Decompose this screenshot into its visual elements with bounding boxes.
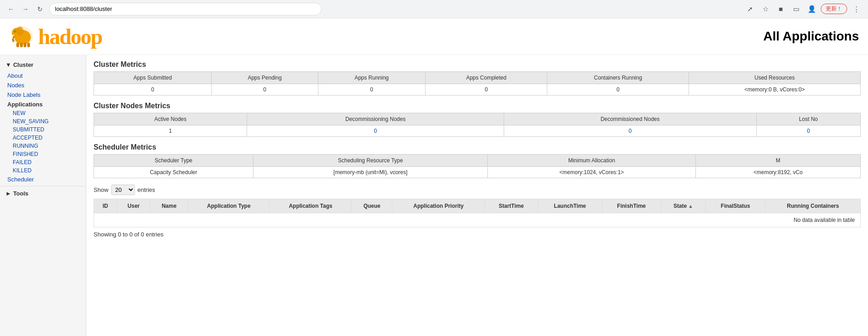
val-maximum-allocation: <memory:8192, vCo xyxy=(695,167,860,178)
sidebar-item-about[interactable]: About xyxy=(0,71,86,80)
cluster-metrics-table: Apps Submitted Apps Pending Apps Running… xyxy=(94,71,861,95)
col-scheduling-resource-type: Scheduling Resource Type xyxy=(253,155,487,167)
content-area: Cluster Metrics Apps Submitted Apps Pend… xyxy=(86,55,868,336)
val-decommissioning-nodes: 0 xyxy=(247,125,504,137)
forward-button[interactable]: → xyxy=(20,4,31,15)
col-launch-time[interactable]: LaunchTime xyxy=(538,199,602,213)
col-scheduler-type: Scheduler Type xyxy=(94,155,253,167)
sidebar-item-node-labels[interactable]: Node Labels xyxy=(0,90,86,100)
val-apps-running: 0 xyxy=(318,84,425,95)
table-row: 0 0 0 0 0 <memory:0 B, vCores:0> xyxy=(94,84,861,95)
show-label: Show xyxy=(94,186,109,193)
menu-icon[interactable]: ⋮ xyxy=(850,3,863,15)
bookmark-icon[interactable]: ☆ xyxy=(759,3,772,15)
col-active-nodes: Active Nodes xyxy=(94,113,247,125)
browser-action-buttons: ➚ ☆ ■ ▭ 👤 更新！ ⋮ xyxy=(744,3,863,15)
profile-icon[interactable]: 👤 xyxy=(805,3,818,15)
col-apps-completed: Apps Completed xyxy=(425,72,547,84)
sidebar-item-finished[interactable]: FINISHED xyxy=(0,150,86,158)
val-minimum-allocation: <memory:1024, vCores:1> xyxy=(488,167,696,178)
state-sort-icon: ▲ xyxy=(688,204,693,209)
col-state[interactable]: State ▲ xyxy=(661,199,705,213)
address-bar[interactable] xyxy=(49,3,322,15)
val-active-nodes: 1 xyxy=(94,125,247,137)
reload-button[interactable]: ↻ xyxy=(35,4,45,15)
sidebar-item-killed[interactable]: KILLED xyxy=(0,166,86,175)
sidebar-item-scheduler[interactable]: Scheduler xyxy=(0,175,86,184)
svg-rect-9 xyxy=(27,43,30,47)
sidebar-item-new[interactable]: NEW xyxy=(0,109,86,117)
cluster-metrics-title: Cluster Metrics xyxy=(94,60,861,69)
col-apps-running: Apps Running xyxy=(318,72,425,84)
col-user[interactable]: User xyxy=(117,199,150,213)
svg-rect-8 xyxy=(24,43,26,47)
tools-section-label: Tools xyxy=(13,190,29,197)
val-apps-completed: 0 xyxy=(425,84,547,95)
val-lost-nodes: 0 xyxy=(756,125,860,137)
col-id[interactable]: ID xyxy=(94,199,117,213)
val-apps-pending: 0 xyxy=(211,84,318,95)
extensions-icon[interactable]: ■ xyxy=(774,3,787,15)
tools-section-header[interactable]: ► Tools xyxy=(0,186,86,201)
val-apps-submitted: 0 xyxy=(94,84,212,95)
page-title: All Applications xyxy=(763,29,859,44)
no-data-text: No data available in table xyxy=(94,213,861,227)
back-button[interactable]: ← xyxy=(5,4,16,15)
col-application-tags[interactable]: Application Tags xyxy=(270,199,352,213)
val-used-resources: <memory:0 B, vCores:0> xyxy=(689,84,860,95)
sidebar-item-accepted[interactable]: ACCEPTED xyxy=(0,134,86,142)
col-application-priority[interactable]: Application Priority xyxy=(392,199,485,213)
col-used-resources: Used Resources xyxy=(689,72,860,84)
col-lost-nodes: Lost No xyxy=(756,113,860,125)
col-queue[interactable]: Queue xyxy=(352,199,392,213)
sidebar-item-failed[interactable]: FAILED xyxy=(0,158,86,166)
col-apps-pending: Apps Pending xyxy=(211,72,318,84)
table-row: 1 0 0 0 xyxy=(94,125,861,137)
sidebar: ▼ Cluster About Nodes Node Labels Applic… xyxy=(0,55,86,336)
tools-arrow-icon: ► xyxy=(5,190,11,197)
col-decommissioned-nodes: Decommissioned Nodes xyxy=(504,113,756,125)
entries-select[interactable]: 10 20 25 50 100 xyxy=(111,185,135,195)
share-icon[interactable]: ➚ xyxy=(744,3,756,15)
col-finish-time[interactable]: FinishTime xyxy=(602,199,661,213)
svg-point-4 xyxy=(15,31,15,32)
sidebar-applications-label: Applications xyxy=(0,100,86,109)
table-row: Capacity Scheduler [memory-mb (unit=Mi),… xyxy=(94,167,861,178)
svg-rect-7 xyxy=(20,43,23,47)
hadoop-elephant-icon xyxy=(9,23,36,50)
sidebar-item-running[interactable]: RUNNING xyxy=(0,142,86,150)
cluster-section-label: Cluster xyxy=(13,61,34,68)
cluster-arrow-icon: ▼ xyxy=(5,61,11,68)
col-apps-submitted: Apps Submitted xyxy=(94,72,212,84)
col-minimum-allocation: Minimum Allocation xyxy=(488,155,696,167)
browser-chrome: ← → ↻ ➚ ☆ ■ ▭ 👤 更新！ ⋮ xyxy=(0,0,868,18)
page: hadoop All Applications ▼ Cluster About … xyxy=(0,18,868,336)
svg-point-5 xyxy=(16,26,24,35)
col-decommissioning-nodes: Decommissioning Nodes xyxy=(247,113,504,125)
col-name[interactable]: Name xyxy=(150,199,188,213)
applications-table: ID User Name Application Type Applicatio… xyxy=(94,199,861,227)
col-final-status[interactable]: FinalStatus xyxy=(705,199,765,213)
col-running-containers[interactable]: Running Containers xyxy=(765,199,860,213)
show-entries-bar: Show 10 20 25 50 100 entries xyxy=(94,185,861,195)
sidebar-item-new-saving[interactable]: NEW_SAVING xyxy=(0,117,86,125)
fullscreen-icon[interactable]: ▭ xyxy=(790,3,803,15)
showing-text: Showing 0 to 0 of 0 entries xyxy=(94,227,861,241)
main-content: ▼ Cluster About Nodes Node Labels Applic… xyxy=(0,55,868,336)
hadoop-logo-text: hadoop xyxy=(38,24,102,49)
scheduler-metrics-title: Scheduler Metrics xyxy=(94,143,861,151)
col-application-type[interactable]: Application Type xyxy=(188,199,270,213)
svg-rect-6 xyxy=(16,43,19,47)
no-data-row: No data available in table xyxy=(94,213,861,227)
val-decommissioned-nodes: 0 xyxy=(504,125,756,137)
col-containers-running: Containers Running xyxy=(547,72,689,84)
cluster-section-header[interactable]: ▼ Cluster xyxy=(0,59,86,71)
col-start-time[interactable]: StartTime xyxy=(485,199,538,213)
sidebar-item-nodes[interactable]: Nodes xyxy=(0,80,86,90)
val-scheduling-resource-type: [memory-mb (unit=Mi), vcores] xyxy=(253,167,487,178)
sidebar-item-submitted[interactable]: SUBMITTED xyxy=(0,125,86,134)
col-maximum-allocation: M xyxy=(695,155,860,167)
update-button[interactable]: 更新！ xyxy=(821,4,847,14)
scheduler-metrics-table: Scheduler Type Scheduling Resource Type … xyxy=(94,154,861,178)
logo-area: hadoop xyxy=(9,23,102,50)
